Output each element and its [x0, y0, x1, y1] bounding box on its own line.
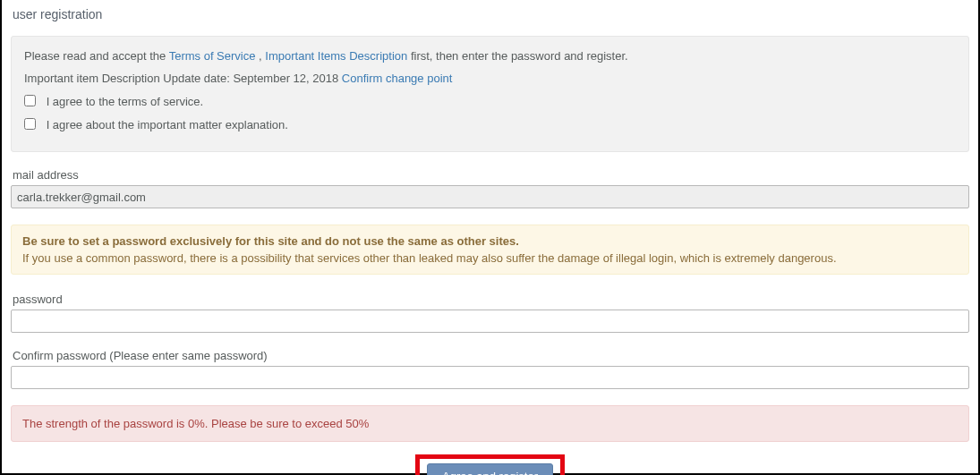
- agree-register-button[interactable]: Agree and register: [427, 463, 553, 475]
- mail-block: mail address: [11, 168, 969, 208]
- confirm-password-input[interactable]: [11, 366, 969, 389]
- registration-page: user registration Please read and accept…: [0, 0, 980, 475]
- confirm-change-link[interactable]: Confirm change point: [342, 72, 453, 85]
- agree-tos-checkbox[interactable]: [24, 95, 36, 106]
- terms-of-service-link[interactable]: Terms of Service: [169, 49, 256, 63]
- password-block: password: [11, 293, 969, 333]
- update-prefix: Important item Description Update date: …: [24, 72, 342, 85]
- agree-matter-row: I agree about the important matter expla…: [24, 117, 956, 131]
- info-prefix: Please read and accept the: [24, 49, 169, 63]
- mail-label: mail address: [13, 168, 969, 182]
- password-strength-box: The strength of the password is 0%. Plea…: [11, 405, 969, 442]
- warning-text: If you use a common password, there is a…: [22, 251, 958, 265]
- agree-tos-row: I agree to the terms of service.: [24, 94, 956, 108]
- password-input[interactable]: [11, 310, 969, 333]
- info-line-1: Please read and accept the Terms of Serv…: [24, 49, 956, 63]
- submit-wrap: Agree and register: [11, 454, 969, 475]
- info-comma: ,: [255, 49, 265, 63]
- confirm-password-block: Confirm password (Please enter same pass…: [11, 349, 969, 389]
- info-suffix: first, then enter the password and regis…: [407, 49, 627, 63]
- agree-matter-label[interactable]: I agree about the important matter expla…: [47, 118, 288, 131]
- info-line-2: Important item Description Update date: …: [24, 72, 956, 85]
- important-items-link[interactable]: Important Items Description: [265, 49, 407, 63]
- page-title: user registration: [13, 7, 969, 21]
- warning-title: Be sure to set a password exclusively fo…: [22, 234, 958, 248]
- agree-tos-label[interactable]: I agree to the terms of service.: [47, 95, 204, 108]
- password-warning-box: Be sure to set a password exclusively fo…: [11, 225, 969, 275]
- agree-matter-checkbox[interactable]: [24, 118, 36, 130]
- submit-highlight: Agree and register: [415, 454, 565, 475]
- mail-input: [11, 185, 969, 208]
- password-strength-text: The strength of the password is 0%. Plea…: [22, 417, 369, 430]
- info-box: Please read and accept the Terms of Serv…: [11, 36, 969, 152]
- password-label: password: [13, 293, 969, 306]
- confirm-password-label: Confirm password (Please enter same pass…: [13, 349, 969, 362]
